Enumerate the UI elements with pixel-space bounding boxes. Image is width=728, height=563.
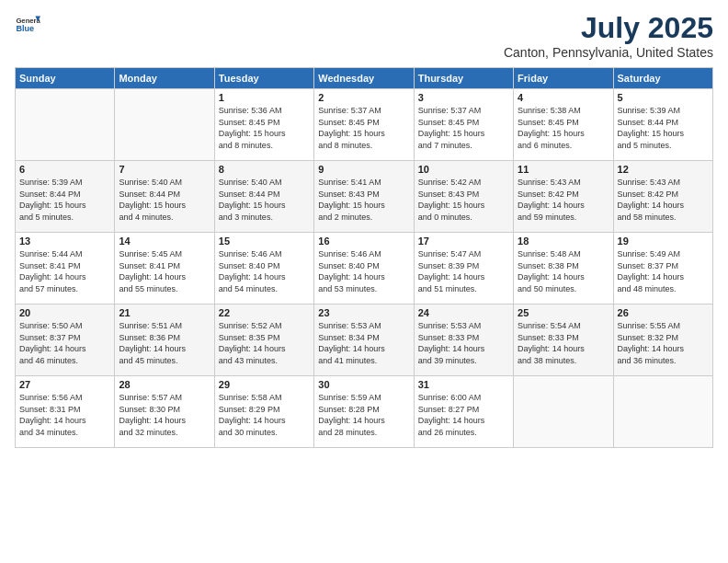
day-cell: 28Sunrise: 5:57 AMSunset: 8:30 PMDayligh… — [115, 376, 214, 448]
day-cell: 18Sunrise: 5:48 AMSunset: 8:38 PMDayligh… — [514, 233, 613, 304]
day-info: Sunrise: 5:39 AMSunset: 8:44 PMDaylight:… — [19, 177, 110, 223]
day-info: Sunrise: 5:56 AMSunset: 8:31 PMDaylight:… — [19, 392, 110, 438]
day-cell: 5Sunrise: 5:39 AMSunset: 8:44 PMDaylight… — [613, 89, 712, 161]
day-number: 22 — [219, 307, 310, 318]
col-thursday: Thursday — [414, 68, 513, 89]
day-cell: 3Sunrise: 5:37 AMSunset: 8:45 PMDaylight… — [414, 89, 513, 161]
day-info: Sunrise: 5:46 AMSunset: 8:40 PMDaylight:… — [318, 248, 409, 294]
day-number: 11 — [518, 164, 609, 175]
day-info: Sunrise: 5:55 AMSunset: 8:32 PMDaylight:… — [618, 320, 709, 366]
day-cell: 30Sunrise: 5:59 AMSunset: 8:28 PMDayligh… — [314, 376, 414, 448]
day-cell: 23Sunrise: 5:53 AMSunset: 8:34 PMDayligh… — [314, 304, 414, 376]
day-cell: 1Sunrise: 5:36 AMSunset: 8:45 PMDaylight… — [214, 89, 313, 161]
day-number: 20 — [19, 307, 110, 318]
day-number: 26 — [618, 307, 709, 318]
week-row-4: 20Sunrise: 5:50 AMSunset: 8:37 PMDayligh… — [16, 304, 713, 376]
day-cell: 22Sunrise: 5:52 AMSunset: 8:35 PMDayligh… — [214, 304, 313, 376]
day-number: 14 — [119, 236, 210, 247]
day-cell: 17Sunrise: 5:47 AMSunset: 8:39 PMDayligh… — [414, 233, 513, 304]
day-cell: 13Sunrise: 5:44 AMSunset: 8:41 PMDayligh… — [16, 233, 115, 304]
subtitle: Canton, Pennsylvania, United States — [504, 45, 713, 60]
day-info: Sunrise: 5:42 AMSunset: 8:43 PMDaylight:… — [418, 177, 509, 223]
day-cell: 25Sunrise: 5:54 AMSunset: 8:33 PMDayligh… — [514, 304, 613, 376]
day-cell: 27Sunrise: 5:56 AMSunset: 8:31 PMDayligh… — [16, 376, 115, 448]
day-number: 15 — [219, 236, 310, 247]
day-number: 8 — [219, 164, 310, 175]
day-info: Sunrise: 5:59 AMSunset: 8:28 PMDaylight:… — [318, 392, 409, 438]
day-number: 17 — [418, 236, 509, 247]
day-info: Sunrise: 5:45 AMSunset: 8:41 PMDaylight:… — [119, 248, 210, 294]
header-row: Sunday Monday Tuesday Wednesday Thursday… — [16, 68, 713, 89]
day-number: 16 — [318, 236, 409, 247]
day-number: 5 — [618, 92, 709, 103]
day-cell: 6Sunrise: 5:39 AMSunset: 8:44 PMDaylight… — [16, 161, 115, 233]
day-cell: 2Sunrise: 5:37 AMSunset: 8:45 PMDaylight… — [314, 89, 414, 161]
day-cell — [613, 376, 712, 448]
col-saturday: Saturday — [613, 68, 712, 89]
day-cell: 15Sunrise: 5:46 AMSunset: 8:40 PMDayligh… — [214, 233, 313, 304]
day-cell: 26Sunrise: 5:55 AMSunset: 8:32 PMDayligh… — [613, 304, 712, 376]
col-wednesday: Wednesday — [314, 68, 414, 89]
day-number: 25 — [518, 307, 609, 318]
day-number: 10 — [418, 164, 509, 175]
week-row-1: 1Sunrise: 5:36 AMSunset: 8:45 PMDaylight… — [16, 89, 713, 161]
page: General Blue July 2025 Canton, Pennsylva… — [0, 0, 728, 563]
day-cell — [115, 89, 214, 161]
day-number: 2 — [318, 92, 409, 103]
day-number: 7 — [119, 164, 210, 175]
day-info: Sunrise: 5:37 AMSunset: 8:45 PMDaylight:… — [318, 105, 409, 151]
day-number: 29 — [219, 379, 310, 390]
day-number: 4 — [518, 92, 609, 103]
day-number: 1 — [219, 92, 310, 103]
day-info: Sunrise: 5:40 AMSunset: 8:44 PMDaylight:… — [119, 177, 210, 223]
day-cell: 9Sunrise: 5:41 AMSunset: 8:43 PMDaylight… — [314, 161, 414, 233]
day-number: 28 — [119, 379, 210, 390]
day-cell: 12Sunrise: 5:43 AMSunset: 8:42 PMDayligh… — [613, 161, 712, 233]
day-number: 23 — [318, 307, 409, 318]
week-row-5: 27Sunrise: 5:56 AMSunset: 8:31 PMDayligh… — [16, 376, 713, 448]
day-info: Sunrise: 5:47 AMSunset: 8:39 PMDaylight:… — [418, 248, 509, 294]
main-title: July 2025 — [504, 11, 713, 45]
day-number: 27 — [19, 379, 110, 390]
day-number: 19 — [618, 236, 709, 247]
day-info: Sunrise: 5:53 AMSunset: 8:34 PMDaylight:… — [318, 320, 409, 366]
day-number: 13 — [19, 236, 110, 247]
col-tuesday: Tuesday — [214, 68, 313, 89]
col-monday: Monday — [115, 68, 214, 89]
day-info: Sunrise: 5:40 AMSunset: 8:44 PMDaylight:… — [219, 177, 310, 223]
calendar-table: Sunday Monday Tuesday Wednesday Thursday… — [15, 67, 713, 448]
logo: General Blue — [15, 11, 40, 37]
day-cell — [514, 376, 613, 448]
day-cell: 14Sunrise: 5:45 AMSunset: 8:41 PMDayligh… — [115, 233, 214, 304]
col-friday: Friday — [514, 68, 613, 89]
day-number: 12 — [618, 164, 709, 175]
svg-text:Blue: Blue — [16, 24, 34, 33]
day-cell: 7Sunrise: 5:40 AMSunset: 8:44 PMDaylight… — [115, 161, 214, 233]
day-info: Sunrise: 5:43 AMSunset: 8:42 PMDaylight:… — [518, 177, 609, 223]
day-info: Sunrise: 5:48 AMSunset: 8:38 PMDaylight:… — [518, 248, 609, 294]
title-area: July 2025 Canton, Pennsylvania, United S… — [504, 11, 713, 60]
day-number: 30 — [318, 379, 409, 390]
day-info: Sunrise: 5:46 AMSunset: 8:40 PMDaylight:… — [219, 248, 310, 294]
day-info: Sunrise: 5:44 AMSunset: 8:41 PMDaylight:… — [19, 248, 110, 294]
day-number: 21 — [119, 307, 210, 318]
day-cell — [16, 89, 115, 161]
day-info: Sunrise: 5:51 AMSunset: 8:36 PMDaylight:… — [119, 320, 210, 366]
header-area: General Blue July 2025 Canton, Pennsylva… — [15, 11, 713, 60]
day-info: Sunrise: 5:57 AMSunset: 8:30 PMDaylight:… — [119, 392, 210, 438]
day-cell: 16Sunrise: 5:46 AMSunset: 8:40 PMDayligh… — [314, 233, 414, 304]
day-info: Sunrise: 6:00 AMSunset: 8:27 PMDaylight:… — [418, 392, 509, 438]
day-info: Sunrise: 5:43 AMSunset: 8:42 PMDaylight:… — [618, 177, 709, 223]
week-row-2: 6Sunrise: 5:39 AMSunset: 8:44 PMDaylight… — [16, 161, 713, 233]
logo-icon: General Blue — [15, 11, 40, 37]
day-cell: 4Sunrise: 5:38 AMSunset: 8:45 PMDaylight… — [514, 89, 613, 161]
day-cell: 20Sunrise: 5:50 AMSunset: 8:37 PMDayligh… — [16, 304, 115, 376]
week-row-3: 13Sunrise: 5:44 AMSunset: 8:41 PMDayligh… — [16, 233, 713, 304]
day-cell: 24Sunrise: 5:53 AMSunset: 8:33 PMDayligh… — [414, 304, 513, 376]
day-number: 18 — [518, 236, 609, 247]
day-number: 9 — [318, 164, 409, 175]
day-info: Sunrise: 5:53 AMSunset: 8:33 PMDaylight:… — [418, 320, 509, 366]
day-number: 24 — [418, 307, 509, 318]
day-cell: 31Sunrise: 6:00 AMSunset: 8:27 PMDayligh… — [414, 376, 513, 448]
col-sunday: Sunday — [16, 68, 115, 89]
